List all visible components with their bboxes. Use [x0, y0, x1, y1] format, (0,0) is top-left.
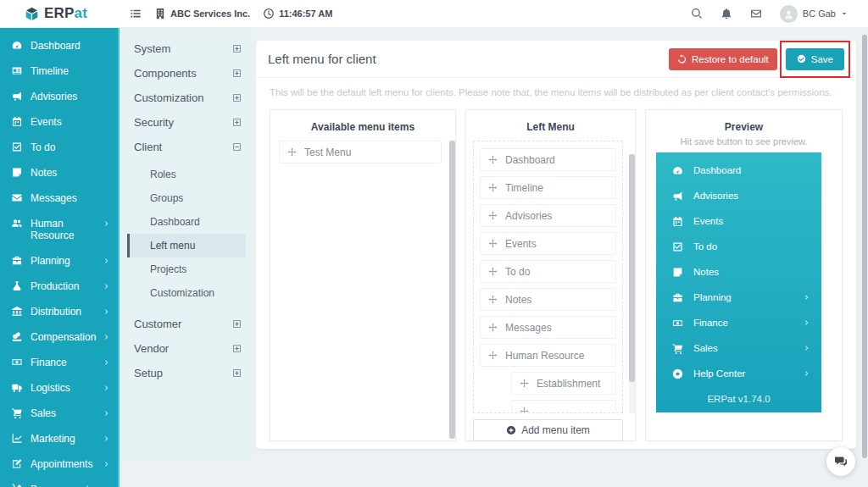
submenu-section-customization[interactable]: Customization — [120, 86, 254, 110]
sidebar-item-distribution[interactable]: Distribution — [0, 299, 118, 324]
item-label: Human Resource — [505, 350, 584, 362]
submenu-section-customer[interactable]: Customer — [120, 312, 254, 336]
move-icon[interactable] — [520, 379, 529, 388]
submenu-section-label: Setup — [134, 367, 163, 379]
submenu-section-client[interactable]: Client — [120, 135, 254, 159]
dashboard-icon — [11, 40, 23, 51]
chart-line-icon — [11, 433, 23, 444]
logo-text: ERPat — [44, 5, 87, 22]
sidebar-item-production[interactable]: Production — [0, 274, 118, 299]
left-menu-item-timeline[interactable]: Timeline — [480, 176, 616, 199]
calendar-icon — [11, 116, 23, 127]
submenu-section-vendor[interactable]: Vendor — [120, 336, 254, 361]
page-scrollbar-thumb[interactable] — [862, 35, 867, 458]
sidebar-item-label: Planning — [31, 255, 96, 267]
note-icon — [672, 267, 683, 278]
left-menu-item-notes[interactable]: Notes — [480, 288, 616, 311]
left-menu-dropzone[interactable]: Dashboard Timeline Advisories Events To … — [473, 141, 623, 413]
clock-indicator: 11:46:57 AM — [263, 8, 332, 19]
calendar-icon — [672, 216, 683, 227]
scrollbar-thumb[interactable] — [629, 154, 635, 382]
submenu-section-security[interactable]: Security — [120, 110, 254, 135]
restore-default-label: Restore to default — [692, 54, 769, 64]
item-label: Events — [505, 238, 537, 250]
sidebar-item-label: Messages — [31, 192, 110, 204]
sidebar-item-human-resource[interactable]: Human Resource — [0, 211, 118, 248]
sidebar-item-events[interactable]: Events — [0, 109, 118, 135]
submenu-item-groups[interactable]: Groups — [127, 186, 246, 210]
scrollbar-thumb[interactable] — [449, 141, 455, 439]
move-icon[interactable] — [488, 183, 498, 192]
money-icon — [672, 318, 683, 329]
dolly-icon — [11, 484, 23, 487]
chat-button[interactable] — [826, 447, 855, 476]
move-icon[interactable] — [488, 211, 498, 220]
save-button[interactable]: Save — [786, 48, 844, 70]
sidebar-item-messages[interactable]: Messages — [0, 185, 118, 211]
plus-circle-icon — [506, 425, 516, 435]
submenu-item-left-menu[interactable]: Left menu — [127, 234, 246, 257]
move-icon[interactable] — [488, 155, 498, 164]
preview-item-label: Sales — [693, 343, 793, 353]
avatar — [780, 5, 798, 23]
left-menu-item-partial[interactable] — [511, 400, 616, 413]
search-icon[interactable] — [691, 8, 703, 19]
sidebar-item-appointments[interactable]: Appointments — [0, 451, 118, 477]
submenu-section-components[interactable]: Components — [120, 61, 254, 86]
refresh-icon — [677, 54, 687, 64]
page-title: Left menu for client — [268, 52, 376, 66]
left-menu-item-establishment[interactable]: Establishment — [511, 372, 616, 395]
notifications-bell-icon[interactable] — [721, 8, 732, 19]
bullhorn-icon — [672, 191, 683, 202]
sidebar-item-timeline[interactable]: Timeline — [0, 58, 118, 84]
sidebar-item-planning[interactable]: Planning — [0, 248, 118, 274]
submenu-section-system[interactable]: System — [120, 36, 254, 61]
move-icon[interactable] — [488, 239, 498, 248]
sidebar-item-notes[interactable]: Notes — [0, 160, 118, 185]
caret-down-icon — [841, 10, 848, 17]
list-toggle-icon[interactable] — [130, 8, 142, 19]
submenu-section-setup[interactable]: Setup — [120, 361, 254, 385]
move-icon[interactable] — [520, 407, 529, 413]
sidebar-item-marketing[interactable]: Marketing — [0, 426, 118, 451]
left-menu-item-dashboard[interactable]: Dashboard — [480, 148, 616, 171]
add-menu-item-button[interactable]: Add menu item — [473, 419, 623, 441]
chevron-right-icon — [103, 359, 110, 366]
preview-subtitle: Hit save button to see preview. — [646, 136, 842, 147]
sidebar-item-label: Logistics — [31, 382, 96, 394]
move-icon[interactable] — [488, 267, 498, 276]
left-menu-item-events[interactable]: Events — [480, 232, 616, 255]
sidebar-item-sales[interactable]: Sales — [0, 401, 118, 426]
user-menu[interactable]: BC Gab — [780, 5, 848, 23]
sidebar-item-procurement[interactable]: Procurement — [0, 477, 118, 487]
available-items-list: Test Menu — [270, 141, 455, 163]
submenu-section-label: Customization — [134, 91, 203, 104]
mail-icon[interactable] — [750, 8, 762, 19]
submenu-item-projects[interactable]: Projects — [127, 257, 246, 281]
sidebar-item-logistics[interactable]: Logistics — [0, 375, 118, 401]
sidebar-item-finance[interactable]: Finance — [0, 350, 118, 375]
available-item-test-menu[interactable]: Test Menu — [279, 141, 442, 163]
move-icon[interactable] — [488, 295, 498, 304]
sidebar-item-compensation[interactable]: Compensation — [0, 324, 118, 350]
left-menu-item-todo[interactable]: To do — [480, 260, 616, 283]
move-icon[interactable] — [488, 351, 498, 360]
sidebar-item-advisories[interactable]: Advisories — [0, 84, 118, 109]
left-menu-item-human-resource[interactable]: Human Resource — [480, 344, 616, 367]
preview-item-label: Planning — [693, 292, 793, 302]
coins-icon — [11, 331, 23, 342]
sidebar-item-todo[interactable]: To do — [0, 135, 118, 160]
app-logo[interactable]: ERPat — [0, 5, 120, 22]
move-icon[interactable] — [488, 323, 498, 332]
preview-item-events: Events — [656, 208, 821, 234]
restore-default-button[interactable]: Restore to default — [669, 48, 777, 70]
sidebar-item-dashboard[interactable]: Dashboard — [0, 33, 118, 58]
left-menu-item-messages[interactable]: Messages — [480, 316, 616, 339]
submenu-item-roles[interactable]: Roles — [127, 163, 246, 186]
left-menu-item-advisories[interactable]: Advisories — [480, 204, 616, 227]
move-icon[interactable] — [287, 147, 297, 157]
submenu-item-customization[interactable]: Customization — [127, 281, 246, 305]
submenu-item-dashboard[interactable]: Dashboard — [127, 210, 246, 234]
sidebar-item-label: Events — [31, 116, 110, 128]
user-name: BC Gab — [803, 8, 836, 19]
